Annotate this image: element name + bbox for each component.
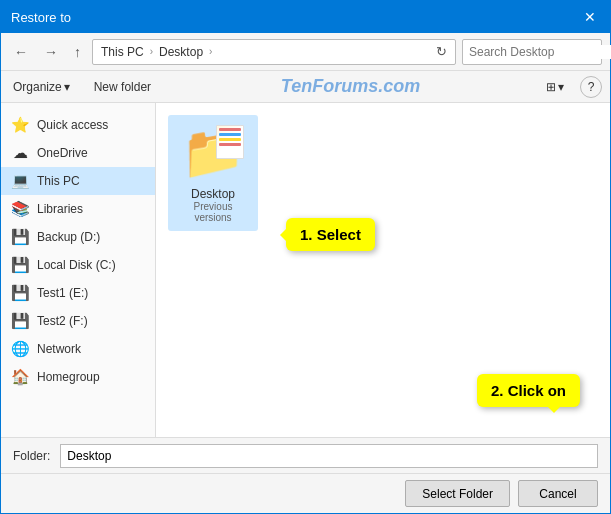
help-button[interactable]: ? <box>580 76 602 98</box>
address-parts: This PC › Desktop › <box>97 44 428 60</box>
sidebar-item-this-pc[interactable]: 💻This PC <box>1 167 155 195</box>
this-pc-icon: 💻 <box>11 172 29 190</box>
sidebar-item-libraries[interactable]: 📚Libraries <box>1 195 155 223</box>
sidebar-item-quick-access[interactable]: ⭐Quick access <box>1 111 155 139</box>
sidebar-item-network[interactable]: 🌐Network <box>1 335 155 363</box>
folder-path-input[interactable] <box>60 444 598 468</box>
back-button[interactable]: ← <box>9 41 33 63</box>
test2-label: Test2 (F:) <box>37 314 88 328</box>
secondary-toolbar: Organize ▾ New folder TenForums.com ⊞ ▾ … <box>1 71 610 103</box>
doc-line-2 <box>219 133 241 136</box>
libraries-icon: 📚 <box>11 200 29 218</box>
view-chevron: ▾ <box>558 80 564 94</box>
onedrive-icon: ☁ <box>11 144 29 162</box>
quick-access-label: Quick access <box>37 118 108 132</box>
search-box[interactable]: 🔍 <box>462 39 602 65</box>
sidebar-item-test1[interactable]: 💾Test1 (E:) <box>1 279 155 307</box>
organize-chevron: ▾ <box>64 80 70 94</box>
cancel-button[interactable]: Cancel <box>518 480 598 507</box>
search-input[interactable] <box>469 45 611 59</box>
doc-line-4 <box>219 143 241 146</box>
forward-button[interactable]: → <box>39 41 63 63</box>
doc-line-1 <box>219 128 241 131</box>
address-this-pc[interactable]: This PC <box>97 44 148 60</box>
watermark: TenForums.com <box>171 76 530 97</box>
onedrive-label: OneDrive <box>37 146 88 160</box>
sidebar-item-local-disk[interactable]: 💾Local Disk (C:) <box>1 251 155 279</box>
title-bar-controls: ✕ <box>580 7 600 27</box>
network-label: Network <box>37 342 81 356</box>
test1-icon: 💾 <box>11 284 29 302</box>
title-bar: Restore to ✕ <box>1 1 610 33</box>
folder-icon-container: 📁 <box>181 123 246 183</box>
doc-line-3 <box>219 138 241 141</box>
sidebar-item-homegroup[interactable]: 🏠Homegroup <box>1 363 155 391</box>
sidebar-item-onedrive[interactable]: ☁OneDrive <box>1 139 155 167</box>
view-icon: ⊞ <box>546 80 556 94</box>
restore-to-window: Restore to ✕ ← → ↑ This PC › Desktop › ↻… <box>0 0 611 514</box>
sidebar: ⭐Quick access☁OneDrive💻This PC📚Libraries… <box>1 103 156 437</box>
callout-select: 1. Select <box>286 218 375 251</box>
this-pc-label: This PC <box>37 174 80 188</box>
test1-label: Test1 (E:) <box>37 286 88 300</box>
bottom-bar: Folder: <box>1 437 610 473</box>
quick-access-icon: ⭐ <box>11 116 29 134</box>
libraries-label: Libraries <box>37 202 83 216</box>
homegroup-icon: 🏠 <box>11 368 29 386</box>
organize-label: Organize <box>13 80 62 94</box>
button-bar: Select Folder Cancel <box>1 473 610 513</box>
main-content: 📁 Desktop Previous versions 1. Select 2.… <box>156 103 610 437</box>
address-chevron-1: › <box>150 46 153 57</box>
folder-label: Folder: <box>13 449 50 463</box>
new-folder-button[interactable]: New folder <box>90 78 155 96</box>
select-folder-button[interactable]: Select Folder <box>405 480 510 507</box>
desktop-folder[interactable]: 📁 Desktop Previous versions <box>168 115 258 231</box>
address-desktop[interactable]: Desktop <box>155 44 207 60</box>
sidebar-item-backup[interactable]: 💾Backup (D:) <box>1 223 155 251</box>
content-area: ⭐Quick access☁OneDrive💻This PC📚Libraries… <box>1 103 610 437</box>
callout-click: 2. Click on <box>477 374 580 407</box>
address-bar[interactable]: This PC › Desktop › ↻ <box>92 39 456 65</box>
organize-button[interactable]: Organize ▾ <box>9 78 74 96</box>
nav-toolbar: ← → ↑ This PC › Desktop › ↻ 🔍 <box>1 33 610 71</box>
address-chevron-2: › <box>209 46 212 57</box>
test2-icon: 💾 <box>11 312 29 330</box>
folder-name: Desktop <box>191 187 235 201</box>
local-disk-label: Local Disk (C:) <box>37 258 116 272</box>
folder-sublabel: Previous versions <box>176 201 250 223</box>
local-disk-icon: 💾 <box>11 256 29 274</box>
view-button[interactable]: ⊞ ▾ <box>546 80 564 94</box>
network-icon: 🌐 <box>11 340 29 358</box>
folder-document <box>216 125 244 159</box>
homegroup-label: Homegroup <box>37 370 100 384</box>
window-title: Restore to <box>11 10 71 25</box>
up-button[interactable]: ↑ <box>69 41 86 63</box>
close-button[interactable]: ✕ <box>580 7 600 27</box>
refresh-button[interactable]: ↻ <box>432 42 451 61</box>
backup-icon: 💾 <box>11 228 29 246</box>
backup-label: Backup (D:) <box>37 230 100 244</box>
sidebar-item-test2[interactable]: 💾Test2 (F:) <box>1 307 155 335</box>
